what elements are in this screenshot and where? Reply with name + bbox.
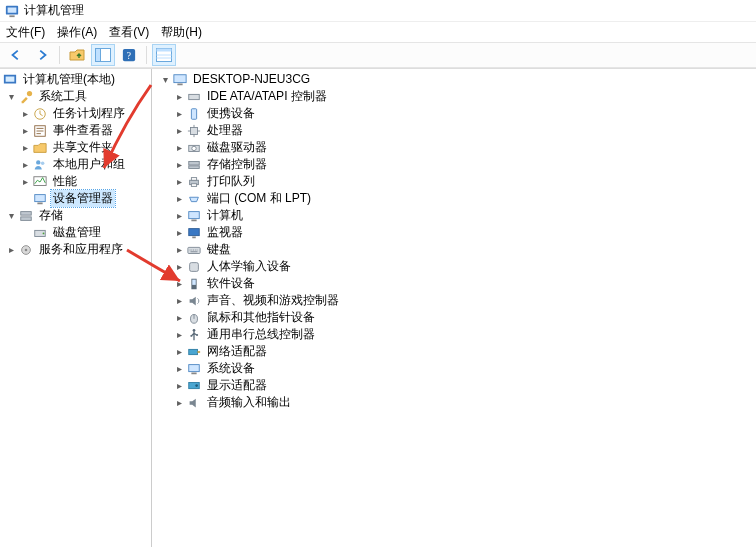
node-computer-category[interactable]: ▸计算机 [152, 207, 756, 224]
details-icon [156, 48, 172, 62]
node-device-manager[interactable]: 设备管理器 [0, 190, 151, 207]
expand-icon[interactable]: ▸ [172, 294, 186, 308]
node-computer-root[interactable]: ▾ DESKTOP-NJEU3CG [152, 71, 756, 88]
node-local-users[interactable]: ▸ 本地用户和组 [0, 156, 151, 173]
expand-icon[interactable]: ▸ [172, 362, 186, 376]
menu-action[interactable]: 操作(A) [57, 24, 97, 41]
node-ide-atapi[interactable]: ▸IDE ATA/ATAPI 控制器 [152, 88, 756, 105]
storage-icon [18, 208, 34, 224]
node-ports[interactable]: ▸端口 (COM 和 LPT) [152, 190, 756, 207]
expand-icon[interactable]: ▸ [172, 260, 186, 274]
svg-rect-4 [96, 49, 101, 62]
tree-label: 通用串行总线控制器 [205, 326, 317, 343]
expand-icon[interactable]: ▸ [172, 243, 186, 257]
expand-icon[interactable]: ▸ [4, 243, 18, 257]
node-disk-drives[interactable]: ▸磁盘驱动器 [152, 139, 756, 156]
expand-icon[interactable]: ▸ [172, 311, 186, 325]
menu-file[interactable]: 文件(F) [6, 24, 45, 41]
help-button[interactable]: ? [117, 44, 141, 66]
expand-icon[interactable]: ▸ [172, 141, 186, 155]
node-processors[interactable]: ▸处理器 [152, 122, 756, 139]
details-button[interactable] [152, 44, 176, 66]
node-software-devices[interactable]: ▸软件设备 [152, 275, 756, 292]
node-portable-devices[interactable]: ▸便携设备 [152, 105, 756, 122]
node-sound[interactable]: ▸声音、视频和游戏控制器 [152, 292, 756, 309]
back-icon [9, 48, 23, 62]
node-storage[interactable]: ▾ 存储 [0, 207, 151, 224]
toolbar: ? [0, 42, 756, 68]
node-system-devices[interactable]: ▸系统设备 [152, 360, 756, 377]
node-monitors[interactable]: ▸监视器 [152, 224, 756, 241]
node-system-tools[interactable]: ▾ 系统工具 [0, 88, 151, 105]
expand-icon[interactable]: ▸ [172, 209, 186, 223]
help-icon: ? [122, 48, 136, 62]
expand-icon[interactable]: ▸ [172, 396, 186, 410]
expand-icon[interactable]: ▸ [18, 107, 32, 121]
storage-controller-icon [186, 157, 202, 173]
expand-icon[interactable]: ▸ [172, 124, 186, 138]
expand-icon[interactable]: ▸ [172, 107, 186, 121]
svg-rect-1 [8, 7, 17, 12]
tree-label: 服务和应用程序 [37, 241, 125, 258]
tree-label: 键盘 [205, 241, 233, 258]
node-event-viewer[interactable]: ▸ 事件查看器 [0, 122, 151, 139]
ide-controller-icon [186, 89, 202, 105]
system-device-icon [186, 361, 202, 377]
mouse-icon [186, 310, 202, 326]
tree-label: 任务计划程序 [51, 105, 127, 122]
show-hide-tree-button[interactable] [91, 44, 115, 66]
left-tree[interactable]: 计算机管理(本地) ▾ 系统工具 ▸ 任务计划程序 ▸ 事件查看器 ▸ 共享文件… [0, 69, 152, 547]
up-button[interactable] [65, 44, 89, 66]
node-computer-management[interactable]: 计算机管理(本地) [0, 71, 151, 88]
node-keyboards[interactable]: ▸键盘 [152, 241, 756, 258]
node-mice[interactable]: ▸鼠标和其他指针设备 [152, 309, 756, 326]
svg-rect-30 [191, 108, 196, 119]
expand-icon[interactable]: ▸ [172, 192, 186, 206]
node-shared-folders[interactable]: ▸ 共享文件夹 [0, 139, 151, 156]
portable-device-icon [186, 106, 202, 122]
node-hid[interactable]: ▸人体学输入设备 [152, 258, 756, 275]
svg-rect-8 [157, 49, 172, 52]
main-split: 计算机管理(本地) ▾ 系统工具 ▸ 任务计划程序 ▸ 事件查看器 ▸ 共享文件… [0, 68, 756, 547]
node-performance[interactable]: ▸ 性能 [0, 173, 151, 190]
svg-text:?: ? [127, 50, 131, 61]
expand-icon[interactable]: ▸ [172, 379, 186, 393]
services-icon [18, 242, 34, 258]
monitor-icon [186, 225, 202, 241]
collapse-icon[interactable]: ▾ [4, 209, 18, 223]
back-button[interactable] [4, 44, 28, 66]
expand-icon[interactable]: ▸ [172, 158, 186, 172]
computer-category-icon [186, 208, 202, 224]
expand-icon[interactable]: ▸ [172, 175, 186, 189]
expand-icon[interactable]: ▸ [18, 141, 32, 155]
forward-button[interactable] [30, 44, 54, 66]
device-tree[interactable]: ▾ DESKTOP-NJEU3CG ▸IDE ATA/ATAPI 控制器 ▸便携… [152, 69, 756, 547]
expand-icon[interactable]: ▸ [172, 226, 186, 240]
expand-icon[interactable]: ▸ [172, 345, 186, 359]
node-usb-controllers[interactable]: ▸通用串行总线控制器 [152, 326, 756, 343]
svg-rect-28 [177, 83, 182, 85]
node-task-scheduler[interactable]: ▸ 任务计划程序 [0, 105, 151, 122]
tree-label: 便携设备 [205, 105, 257, 122]
expand-icon[interactable]: ▸ [18, 175, 32, 189]
tree-label: 音频输入和输出 [205, 394, 293, 411]
node-audio-io[interactable]: ▸音频输入和输出 [152, 394, 756, 411]
expand-icon[interactable]: ▸ [172, 90, 186, 104]
svg-rect-19 [35, 194, 46, 201]
expand-icon[interactable]: ▸ [172, 277, 186, 291]
expand-icon[interactable]: ▸ [18, 124, 32, 138]
node-display-adapters[interactable]: ▸显示适配器 [152, 377, 756, 394]
svg-point-24 [43, 232, 45, 234]
collapse-icon[interactable]: ▾ [4, 90, 18, 104]
menu-help[interactable]: 帮助(H) [161, 24, 202, 41]
expand-icon[interactable]: ▸ [18, 158, 32, 172]
expand-icon[interactable]: ▸ [172, 328, 186, 342]
node-disk-management[interactable]: 磁盘管理 [0, 224, 151, 241]
node-print-queues[interactable]: ▸打印队列 [152, 173, 756, 190]
node-network-adapters[interactable]: ▸网络适配器 [152, 343, 756, 360]
menu-view[interactable]: 查看(V) [109, 24, 149, 41]
node-storage-controllers[interactable]: ▸存储控制器 [152, 156, 756, 173]
node-services-apps[interactable]: ▸ 服务和应用程序 [0, 241, 151, 258]
collapse-icon[interactable]: ▾ [158, 73, 172, 87]
svg-point-33 [192, 146, 196, 150]
